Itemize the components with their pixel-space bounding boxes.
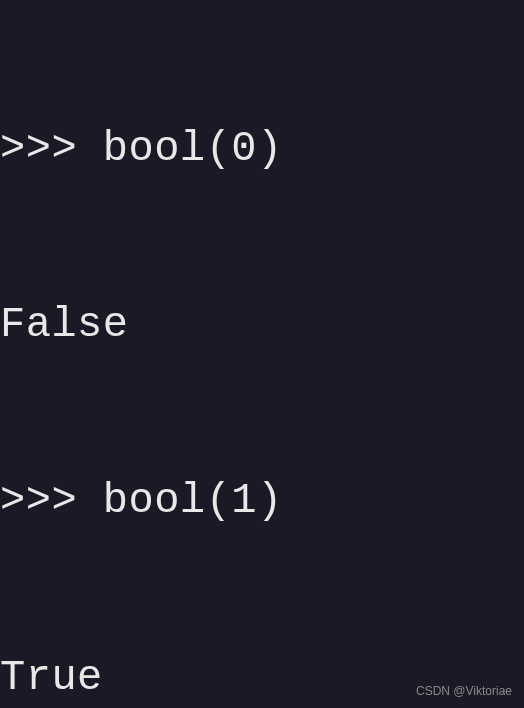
repl-input-line: >>> bool(0) xyxy=(0,120,524,179)
repl-input: bool(0) xyxy=(103,125,283,173)
python-repl-terminal[interactable]: >>> bool(0) False >>> bool(1) True >>> b… xyxy=(0,2,524,708)
repl-input: bool(1) xyxy=(103,477,283,525)
repl-output: True xyxy=(0,654,103,702)
repl-prompt: >>> xyxy=(0,125,103,173)
repl-input-line: >>> bool(1) xyxy=(0,472,524,531)
repl-output: False xyxy=(0,301,129,349)
repl-prompt: >>> xyxy=(0,477,103,525)
repl-output-line: False xyxy=(0,296,524,355)
watermark-text: CSDN @Viktoriae xyxy=(416,683,512,700)
